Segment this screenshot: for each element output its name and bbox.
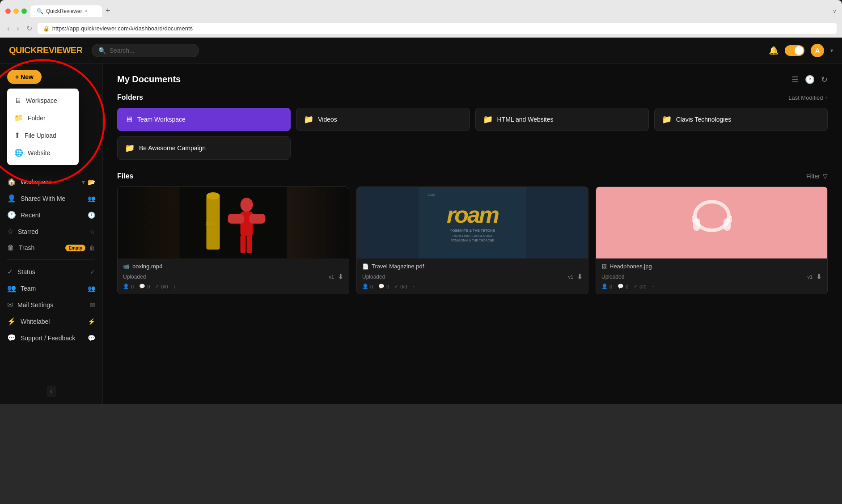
website-icon: 🌐 xyxy=(14,148,23,157)
files-section-header: Files Filter ▽ xyxy=(117,172,828,180)
workspace-chevron-icon[interactable]: ▾ xyxy=(82,178,85,186)
headphones-download-icon[interactable]: ⬇ xyxy=(816,272,822,281)
panel-header: My Documents ☰ 🕐 ↻ xyxy=(117,74,828,85)
workspace-icon: 🖥 xyxy=(14,97,21,105)
folder-clavis[interactable]: 📁 Clavis Technologies xyxy=(654,108,828,131)
sidebar-item-trash[interactable]: 🗑 Trash Empty 🗑 xyxy=(0,240,102,256)
dropdown-item-file-upload[interactable]: ⬆ File Upload xyxy=(7,127,79,144)
travel-version: v1 xyxy=(568,274,573,280)
address-bar[interactable]: 🔒 https://app.quickreviewer.com/#/dashbo… xyxy=(38,23,837,34)
dropdown-file-upload-label: File Upload xyxy=(25,132,56,139)
travel-filename: Travel Magazine.pdf xyxy=(372,263,424,270)
browser-tab[interactable]: 🔍 QuickReviewer × xyxy=(30,5,102,17)
traffic-light-green[interactable] xyxy=(21,8,27,14)
sidebar-collapse-button[interactable]: ‹ xyxy=(47,385,56,397)
sidebar-item-whitelabel[interactable]: ⚡ Whitelabel ⚡ xyxy=(0,313,102,330)
whitelabel-icon-right: ⚡ xyxy=(88,318,95,325)
boxing-status: Uploaded xyxy=(123,274,146,280)
dropdown-item-workspace[interactable]: 🖥 Workspace xyxy=(7,92,79,109)
dropdown-folder-label: Folder xyxy=(28,114,46,122)
tab-end-control[interactable]: ∨ xyxy=(833,8,837,14)
file-card-headphones[interactable]: 🖼 Headphones.jpg Uploaded v1 ⬇ xyxy=(596,186,828,294)
filter-button[interactable]: Filter ▽ xyxy=(806,173,828,180)
recent-clock-icon: 🕐 xyxy=(88,212,95,219)
folder-html-websites[interactable]: 📁 HTML and Websites xyxy=(475,108,649,131)
headphones-version: v1 xyxy=(807,274,812,280)
file-card-travel[interactable]: roam YOSEMITE & THE TETONS CAIROORNS • A… xyxy=(356,186,588,294)
svg-rect-7 xyxy=(250,214,266,224)
list-view-icon[interactable]: ☰ xyxy=(791,75,799,85)
sidebar-item-recent[interactable]: 🕐 Recent 🕐 xyxy=(0,207,102,223)
sidebar: + New 🖥 Workspace 📁 Folder ⬆ File Upload… xyxy=(0,64,103,404)
folder-team-workspace-label: Team Workspace xyxy=(137,116,186,123)
travel-approvals: ✓ 0/0 xyxy=(394,284,407,289)
team-label: Team xyxy=(21,285,36,292)
upload-icon: ⬆ xyxy=(14,131,20,140)
refresh-icon[interactable]: ↻ xyxy=(821,75,828,85)
traffic-light-red[interactable] xyxy=(5,8,11,14)
new-tab-button[interactable]: + xyxy=(104,4,112,17)
dropdown-item-website[interactable]: 🌐 Website xyxy=(7,144,79,161)
sidebar-item-support[interactable]: 💬 Support / Feedback 💬 xyxy=(0,330,102,346)
sort-control[interactable]: Last Modified ↑ xyxy=(788,94,828,101)
folder-clavis-label: Clavis Technologies xyxy=(676,116,731,123)
trash-icon: 🗑 xyxy=(7,244,14,252)
reviewer-icon: 👤 xyxy=(123,284,129,289)
sidebar-item-shared-with-me[interactable]: 👤 Shared With Me 👥 xyxy=(0,190,102,207)
status-icon: ✓ xyxy=(7,267,13,276)
dropdown-item-folder[interactable]: 📁 Folder xyxy=(7,109,79,127)
sidebar-item-team[interactable]: 👥 Team 👥 xyxy=(0,280,102,296)
nav-refresh-button[interactable]: ↻ xyxy=(25,23,34,34)
search-bar[interactable]: 🔍 Search... xyxy=(92,44,199,57)
boxing-share-icon[interactable]: ↑ xyxy=(173,284,176,289)
support-icon: 💬 xyxy=(7,334,16,342)
avatar[interactable]: A xyxy=(811,44,824,57)
video-type-icon: 📹 xyxy=(123,263,130,270)
avatar-caret-icon[interactable]: ▾ xyxy=(830,47,833,54)
svg-point-4 xyxy=(241,198,253,212)
comment-icon3: 💬 xyxy=(618,284,624,289)
tab-close-button[interactable]: × xyxy=(85,8,88,13)
support-icon-right: 💬 xyxy=(88,335,95,342)
whitelabel-icon: ⚡ xyxy=(7,317,16,326)
headphones-comments: 💬 0 xyxy=(618,284,628,289)
nav-back-button[interactable]: ‹ xyxy=(5,24,11,34)
traffic-light-yellow[interactable] xyxy=(13,8,19,14)
workspace-folder-icon[interactable]: 📂 xyxy=(88,178,95,186)
notification-icon[interactable]: 🔔 xyxy=(769,46,779,55)
headphones-reviewers: 👤 0 xyxy=(601,284,612,289)
travel-download-icon[interactable]: ⬇ xyxy=(577,272,583,281)
folder-be-awesome[interactable]: 📁 Be Awesome Campaign xyxy=(117,136,291,160)
nav-forward-button[interactable]: › xyxy=(15,24,21,34)
folders-title: Folders xyxy=(117,93,143,102)
filter-icon: ▽ xyxy=(823,173,828,180)
workspace-sidebar-icon: 🏠 xyxy=(7,178,16,186)
sidebar-divider xyxy=(7,259,95,260)
clock-icon[interactable]: 🕐 xyxy=(805,75,815,85)
topbar: QUICKREVIEWER 🔍 Search... 🔔 A ▾ xyxy=(0,38,842,64)
svg-rect-6 xyxy=(228,214,244,224)
folder-awesome-icon: 📁 xyxy=(125,143,135,153)
folder-be-awesome-label: Be Awesome Campaign xyxy=(139,144,206,152)
panel-actions: ☰ 🕐 ↻ xyxy=(791,75,828,85)
new-button[interactable]: + New xyxy=(7,70,42,84)
recent-icon: 🕐 xyxy=(7,211,16,219)
whitelabel-label: Whitelabel xyxy=(21,318,50,325)
image-type-icon: 🖼 xyxy=(601,263,607,270)
file-card-boxing[interactable]: Frai... 📹 boxing.m xyxy=(117,186,349,294)
travel-share-icon[interactable]: ↑ xyxy=(413,284,415,289)
dropdown-website-label: Website xyxy=(28,149,50,157)
sidebar-item-status[interactable]: ✓ Status ✓ xyxy=(0,263,102,280)
folder-team-workspace[interactable]: 🖥 Team Workspace xyxy=(117,108,291,131)
reviewer-icon3: 👤 xyxy=(601,284,608,289)
sidebar-item-starred[interactable]: ☆ Starred ☆ xyxy=(0,223,102,240)
toggle-switch[interactable] xyxy=(785,45,804,56)
sidebar-item-mail-settings[interactable]: ✉ Mail Settings ✉ xyxy=(0,296,102,313)
folder-videos[interactable]: 📁 Videos xyxy=(296,108,470,131)
sidebar-item-workspace[interactable]: 🏠 Workspace ▾ 📂 xyxy=(0,174,102,190)
folder-html-websites-label: HTML and Websites xyxy=(497,116,554,123)
headphones-share-icon[interactable]: ↑ xyxy=(652,284,655,289)
boxing-download-icon[interactable]: ⬇ xyxy=(338,272,343,281)
headphones-file-info: 🖼 Headphones.jpg Uploaded v1 ⬇ xyxy=(596,258,827,294)
recent-label: Recent xyxy=(21,212,40,219)
